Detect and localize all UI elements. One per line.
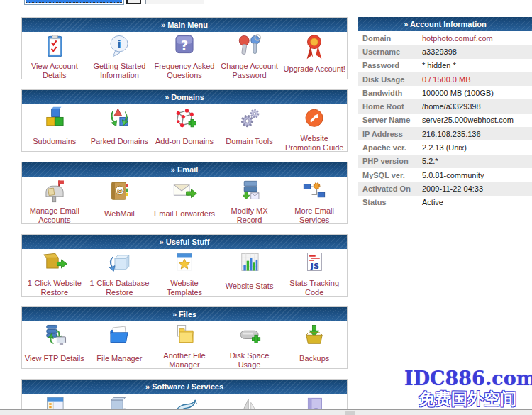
section-header: » Email — [22, 162, 347, 177]
menu-item-label: Manage Email Accounts — [23, 206, 87, 225]
section-body: View FTP Details File Manager Another Fi… — [22, 321, 347, 368]
menu-item-label: Email Forwarders — [154, 209, 215, 218]
account-info-value[interactable]: hotphoto.comuf.com — [422, 34, 493, 43]
menu-item-website-promotion-guide[interactable]: Website Promotion Guide — [282, 106, 347, 151]
menu-item-label: Parked Domains — [91, 137, 148, 146]
account-info-rows: Domain hotphoto.comuf.com Username a3329… — [358, 31, 532, 209]
selected-text-highlight — [26, 0, 122, 3]
menu-item-add-on-domains[interactable]: Add-on Domains — [152, 106, 217, 151]
account-info-label: Apache ver. — [358, 143, 422, 152]
account-info-label: PHP version — [358, 157, 422, 165]
section-body: Manage Email Accounts WebMail Email Forw… — [22, 177, 347, 223]
menu-item-1-click-database-restore[interactable]: 1-Click Database Restore — [87, 250, 153, 296]
account-info-value: 0 / 1500.0 MB — [422, 75, 471, 84]
menu-item-1-click-website-restore[interactable]: 1-Click Website Restore — [22, 250, 87, 296]
account-info-label: Password — [358, 61, 422, 70]
menu-item-label: Domain Tools — [226, 137, 272, 146]
disk-icon — [217, 323, 282, 351]
account-row-username: Username a3329398 — [358, 45, 532, 58]
section-header: » Main Menu — [22, 18, 347, 32]
account-info-title: » Account Information — [404, 20, 486, 28]
menu-section: » Email Manage Email Accounts WebMail Em… — [21, 162, 348, 224]
account-row-ip-address: IP Address 216.108.235.136 — [358, 127, 532, 140]
menu-item-stats-tracking-code[interactable]: Stats Tracking Code — [282, 250, 347, 296]
mailbox-icon — [22, 178, 87, 206]
menu-item-label: Website Stats — [226, 282, 274, 291]
menu-item-change-account-password[interactable]: Change Account Password — [217, 33, 282, 79]
account-info-value: 5.0.81-community — [422, 171, 484, 179]
account-info-value: /home/a3329398 — [422, 102, 481, 111]
menu-item-parked-domains[interactable]: Parked Domains — [87, 106, 153, 151]
menu-item-label: Stats Tracking Code — [282, 279, 346, 297]
addon-icon — [152, 106, 217, 134]
account-info-label: Bandwidth — [358, 89, 422, 97]
section-title: » Email — [171, 165, 199, 174]
menu-item-file-manager[interactable]: File Manager — [87, 323, 153, 368]
scrollbar-fragment[interactable] — [345, 411, 355, 415]
account-info-label: IP Address — [358, 130, 422, 138]
bottom-frame-strip — [0, 409, 532, 415]
go-button[interactable] — [126, 0, 141, 4]
gears-icon — [217, 106, 282, 134]
menu-item-email-forwarders[interactable]: Email Forwarders — [152, 178, 217, 223]
menu-item-label: 1-Click Website Restore — [23, 279, 87, 297]
account-info-label: Disk Usage — [358, 75, 422, 84]
menu-item-getting-started-information[interactable]: Getting Started Information — [87, 33, 153, 79]
menu-item-view-account-details[interactable]: View Account Details — [22, 33, 87, 79]
stats-icon — [217, 250, 282, 279]
account-row-bandwidth: Bandwidth 100000 MB (100GB) — [358, 86, 532, 99]
section-header: » Domains — [22, 90, 347, 104]
domain-select-input[interactable] — [24, 0, 124, 5]
section-title: » Domains — [165, 93, 204, 101]
account-info-value: 216.108.235.136 — [422, 130, 481, 138]
account-info-label: MySQL ver. — [358, 171, 422, 179]
clipboard-icon — [22, 33, 87, 62]
account-info-panel: » Account Information Domain hotphoto.co… — [358, 17, 532, 209]
section-body: 1-Click Website Restore 1-Click Database… — [22, 249, 347, 296]
menu-item-another-file-manager[interactable]: Another File Manager — [152, 323, 217, 368]
info-icon — [87, 33, 153, 62]
account-info-value: * hidden * — [422, 61, 456, 70]
ribbon-icon — [282, 33, 347, 62]
menu-item-manage-email-accounts[interactable]: Manage Email Accounts — [22, 178, 87, 223]
watermark: IDC886.com 免费国外空间 — [404, 368, 531, 408]
section-header: » Files — [22, 307, 347, 321]
menu-item-domain-tools[interactable]: Domain Tools — [217, 106, 282, 151]
menu-item-label: More Email Services — [282, 206, 346, 225]
create-new-button[interactable]: Create New — [145, 0, 204, 4]
account-row-apache-ver: Apache ver. 2.2.13 (Unix) — [358, 140, 532, 154]
menu-item-modify-mx-record[interactable]: Modify MX Record — [217, 178, 282, 223]
menu-item-label: View FTP Details — [25, 354, 84, 363]
menu-item-upgrade-account[interactable]: Upgrade Account! — [282, 33, 347, 79]
section-header: » Useful Stuff — [22, 235, 347, 249]
menu-item-website-templates[interactable]: Website Templates — [152, 250, 217, 296]
account-row-domain: Domain hotphoto.comuf.com — [358, 31, 532, 45]
account-info-value: 2009-11-22 04:33 — [422, 184, 483, 193]
menu-item-label: Disk Space Usage — [218, 351, 282, 370]
section-header: » Software / Services — [22, 380, 347, 394]
account-row-activated-on: Activated On 2009-11-22 04:33 — [358, 182, 532, 195]
account-row-server-name: Server Name server25.000webhost.com — [358, 114, 532, 127]
menu-item-label: 1-Click Database Restore — [87, 279, 151, 297]
menu-item-disk-space-usage[interactable]: Disk Space Usage — [217, 323, 282, 368]
menu-item-webmail[interactable]: WebMail — [87, 178, 153, 223]
account-info-header: » Account Information — [358, 17, 532, 31]
folder-blue-icon — [87, 323, 153, 351]
account-info-value: server25.000webhost.com — [422, 116, 514, 124]
backups-icon — [282, 323, 347, 351]
account-row-php-version: PHP version 5.2.* — [358, 155, 532, 168]
services-icon — [282, 178, 347, 206]
menu-item-label: WebMail — [104, 209, 135, 218]
forward-icon — [152, 178, 217, 206]
menu-item-frequency-asked-questions[interactable]: Frequency Asked Questions — [152, 33, 217, 79]
menu-item-view-ftp-details[interactable]: View FTP Details — [22, 323, 87, 368]
menu-item-subdomains[interactable]: Subdomains — [22, 106, 87, 151]
menu-item-more-email-services[interactable]: More Email Services — [282, 178, 347, 223]
account-info-label: Username — [358, 48, 422, 56]
menu-item-backups[interactable]: Backups — [282, 323, 347, 368]
menu-item-website-stats[interactable]: Website Stats — [217, 250, 282, 296]
account-info-value: 2.2.13 (Unix) — [422, 143, 467, 152]
templates-icon — [152, 250, 217, 279]
account-row-home-root: Home Root /home/a3329398 — [358, 99, 532, 113]
menu-section: » Domains Subdomains Parked Domains Add-… — [21, 89, 348, 152]
